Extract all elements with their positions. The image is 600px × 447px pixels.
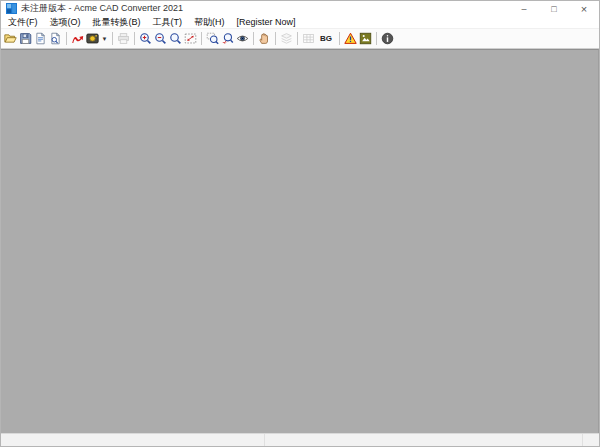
magnifier-zoom-window-icon [206, 32, 219, 45]
views-button[interactable] [235, 30, 250, 47]
minimize-icon: – [521, 4, 526, 14]
close-icon: × [581, 3, 587, 15]
close-button[interactable]: × [569, 1, 599, 16]
font-alert-button[interactable] [343, 30, 358, 47]
toolbar-separator [134, 32, 135, 45]
magnifier-zoom-previous-icon [221, 32, 234, 45]
hand-pan-icon [258, 32, 271, 45]
chevron-down-icon: ▼ [102, 36, 108, 42]
zoom-extents-button[interactable] [183, 30, 198, 47]
bg-button-label: BG [320, 34, 332, 43]
about-button[interactable] [380, 30, 395, 47]
statusbar-panel-main [265, 434, 583, 446]
watermark-picture-icon [359, 32, 372, 45]
zoom-window-button[interactable] [205, 30, 220, 47]
layers-button[interactable] [279, 30, 294, 47]
statusbar-panel-left [1, 434, 265, 446]
layers-icon [280, 32, 293, 45]
pan-button[interactable] [257, 30, 272, 47]
save-button[interactable] [18, 30, 33, 47]
menu-item-file[interactable]: 文件(F) [2, 16, 44, 28]
print-button[interactable] [116, 30, 131, 47]
menu-item-tools[interactable]: 工具(T) [147, 16, 189, 28]
magnifier-zoom-in-icon [139, 32, 152, 45]
zoom-extents-icon [184, 32, 197, 45]
maximize-button[interactable]: □ [539, 1, 569, 16]
convert-button[interactable] [70, 30, 85, 47]
eye-views-icon [236, 32, 249, 45]
zoom-previous-button[interactable] [220, 30, 235, 47]
zoom-all-button[interactable] [168, 30, 183, 47]
app-icon [6, 3, 17, 14]
zoom-out-button[interactable] [153, 30, 168, 47]
magnifier-zoom-out-icon [154, 32, 167, 45]
convert-red-swoosh-icon [71, 32, 84, 45]
maximize-icon: □ [551, 4, 556, 14]
capture-camera-icon [86, 32, 99, 45]
layout-button[interactable] [301, 30, 316, 47]
save-as-document-icon [34, 32, 47, 45]
grid-layout-icon [302, 32, 315, 45]
info-about-icon [381, 32, 394, 45]
printer-icon [117, 32, 130, 45]
zoom-in-button[interactable] [138, 30, 153, 47]
window-title: 未注册版本 - Acme CAD Converter 2021 [21, 2, 183, 15]
menu-item-register-now[interactable]: [Register Now] [231, 16, 302, 28]
open-button[interactable] [3, 30, 18, 47]
watermark-button[interactable] [358, 30, 373, 47]
window-controls: – □ × [509, 1, 599, 16]
save-floppy-icon [19, 32, 32, 45]
minimize-button[interactable]: – [509, 1, 539, 16]
background-color-button[interactable]: BG [316, 30, 336, 47]
toolbar-separator [253, 32, 254, 45]
toolbar: ▼ [1, 29, 599, 49]
capture-button[interactable] [85, 30, 100, 47]
titlebar: 未注册版本 - Acme CAD Converter 2021 – □ × [1, 1, 599, 16]
save-as-button[interactable] [33, 30, 48, 47]
toolbar-separator [201, 32, 202, 45]
app-window: 未注册版本 - Acme CAD Converter 2021 – □ × 文件… [0, 0, 600, 447]
capture-dropdown[interactable]: ▼ [100, 30, 109, 47]
magnifier-zoom-all-icon [169, 32, 182, 45]
statusbar [1, 433, 599, 446]
menubar: 文件(F) 选项(O) 批量转换(B) 工具(T) 帮助(H) [Registe… [1, 16, 599, 29]
menu-item-options[interactable]: 选项(O) [44, 16, 87, 28]
print-preview-document-icon [49, 32, 62, 45]
toolbar-separator [275, 32, 276, 45]
toolbar-separator [66, 32, 67, 45]
toolbar-separator [297, 32, 298, 45]
menu-item-batch-convert[interactable]: 批量转换(B) [87, 16, 147, 28]
drawing-canvas[interactable] [1, 49, 599, 433]
print-preview-button[interactable] [48, 30, 63, 47]
resize-grip[interactable] [583, 434, 599, 446]
toolbar-separator [112, 32, 113, 45]
toolbar-separator [339, 32, 340, 45]
open-folder-icon [4, 32, 17, 45]
toolbar-separator [376, 32, 377, 45]
warning-triangle-icon [344, 32, 357, 45]
menu-item-help[interactable]: 帮助(H) [188, 16, 231, 28]
